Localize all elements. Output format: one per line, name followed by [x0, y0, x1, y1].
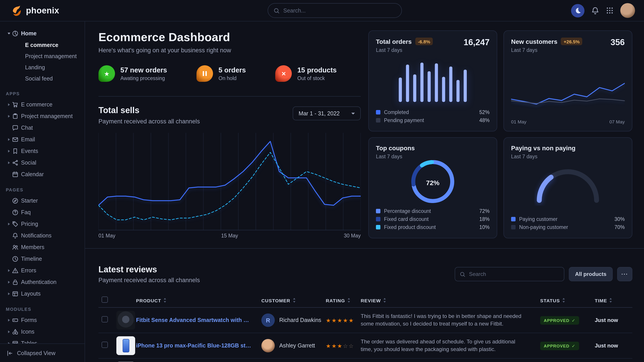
column-header-customer[interactable]: CUSTOMER	[261, 298, 326, 303]
app-root: phoenix HomeE commerceProject management…	[0, 0, 644, 362]
sidebar-item-email[interactable]: Email	[0, 134, 84, 145]
sidebar-item-layouts[interactable]: Layouts	[0, 288, 84, 300]
page-subtitle: Here's what's going on at your business …	[98, 47, 361, 54]
customer-cell[interactable]: RRichard Dawkins	[261, 314, 326, 327]
star-icon: ★	[98, 65, 115, 82]
clipboard-icon	[12, 113, 18, 119]
top-navbar: phoenix	[0, 0, 644, 21]
divider	[98, 96, 361, 97]
new-customers-line-chart	[511, 53, 625, 116]
customer-avatar: R	[261, 314, 275, 327]
card-period: Last 7 days	[376, 154, 415, 159]
sidebar-item-errors[interactable]: Errors	[0, 265, 84, 276]
user-avatar[interactable]	[620, 3, 635, 18]
card-title: Top coupons	[376, 144, 415, 152]
sidebar-item-timeline[interactable]: Timeline	[0, 253, 84, 265]
lock-icon	[12, 279, 18, 285]
global-search-input[interactable]	[283, 7, 396, 14]
row-checkbox[interactable]	[102, 342, 108, 348]
review-time: Just now	[595, 343, 632, 349]
column-header-time[interactable]: TIME	[595, 298, 632, 303]
legend-label: Paying customer	[519, 216, 558, 222]
sidebar-subitem-project-management[interactable]: Project management	[0, 50, 84, 62]
grid9-icon	[606, 7, 614, 14]
column-header-product[interactable]: PRODUCT	[136, 298, 261, 303]
more-options-button[interactable]: ···	[617, 267, 632, 281]
sidebar-item-calendar[interactable]: Calendar	[0, 169, 84, 180]
sidebar-item-e-commerce[interactable]: E commerce	[0, 99, 84, 110]
row-checkbox[interactable]	[102, 316, 108, 323]
product-link[interactable]: Fitbit Sense Advanced Smartwatch with To…	[136, 317, 258, 323]
check-icon: ✓	[572, 344, 576, 348]
sidebar-item-events[interactable]: Events	[0, 145, 84, 157]
caret-right-icon	[5, 223, 12, 225]
theme-toggle-button[interactable]	[571, 4, 584, 17]
legend-value: 18%	[479, 216, 490, 222]
sidebar-subitem-e-commerce[interactable]: E commerce	[0, 39, 84, 50]
notifications-button[interactable]	[591, 6, 599, 14]
change-badge: +26.5%	[561, 37, 582, 45]
column-header-status[interactable]: STATUS	[540, 298, 595, 303]
top-coupons-card: Top coupons Last 7 days 72% Percentage d…	[368, 137, 497, 238]
sidebar-item-starter[interactable]: Starter	[0, 195, 84, 207]
apps-grid-button[interactable]	[606, 7, 614, 14]
page-title: Ecommerce Dashboard	[98, 30, 361, 44]
sort-icon	[163, 298, 166, 303]
sidebar-item-faq[interactable]: Faq	[0, 207, 84, 218]
collapsed-view-toggle[interactable]: Collapsed View	[0, 344, 84, 362]
all-products-filter-button[interactable]: All products	[569, 267, 613, 281]
reviews-toolbar: All products ···	[455, 267, 632, 281]
legend-value: 48%	[479, 118, 490, 123]
form-icon	[12, 317, 18, 323]
sidebar-subitem-social-feed[interactable]: Social feed	[0, 73, 84, 84]
brand-logo[interactable]: phoenix	[11, 5, 59, 16]
sidebar-item-home[interactable]: Home	[0, 28, 84, 39]
dashboard-cards: Total orders -6.8% Last 7 days 16,247 Co…	[368, 30, 632, 238]
caret-right-icon	[5, 103, 12, 106]
product-link[interactable]: iPhone 13 pro max-Pacific Blue-128GB sto…	[136, 343, 258, 349]
status-badge: APPROVED ✓	[540, 342, 579, 350]
x-label: 01 May	[98, 233, 115, 238]
legend-value: 70%	[614, 225, 625, 230]
reviews-search-input[interactable]	[469, 271, 560, 277]
column-header-review[interactable]: REVIEW	[361, 298, 540, 303]
sidebar-item-chat[interactable]: Chat	[0, 122, 84, 134]
sidebar-item-members[interactable]: Members	[0, 242, 84, 253]
sidebar-item-social[interactable]: Social	[0, 157, 84, 169]
nine-dots-grid-icon	[606, 7, 614, 14]
collapse-icon	[7, 350, 13, 356]
legend-label: Non-paying customer	[519, 225, 568, 230]
legend-item: Pending payment 48%	[376, 116, 490, 124]
new-customers-value: 356	[611, 37, 625, 47]
date-range-select[interactable]: Mar 1 - 31, 2022	[293, 106, 361, 120]
table-icon	[12, 340, 18, 344]
sidebar-item-forms[interactable]: Forms	[0, 314, 84, 326]
legend-item: Completed 52%	[376, 108, 490, 116]
sidebar-item-tables[interactable]: Tables	[0, 338, 84, 344]
sidebar-item-notifications[interactable]: Notifications	[0, 230, 84, 242]
latest-reviews-section: Latest reviews Payment received across a…	[98, 265, 632, 362]
reviews-search[interactable]	[455, 267, 564, 281]
review-text: This Fitbit is fantastic! I was trying t…	[361, 312, 536, 328]
caret-right-icon	[5, 269, 12, 272]
sidebar-item-authentication[interactable]: Authentication	[0, 276, 84, 288]
select-all-checkbox[interactable]	[102, 296, 108, 303]
customer-cell[interactable]: Ashley Garrett	[261, 339, 326, 353]
chevron-down-icon	[351, 112, 355, 114]
total-orders-bar-chart	[376, 53, 490, 102]
phoenix-logo-icon	[11, 5, 22, 16]
total-sells-subtitle: Payment received across all channels	[98, 118, 200, 125]
sidebar-subitem-landing[interactable]: Landing	[0, 62, 84, 73]
reviews-subtitle: Payment received across all channels	[98, 277, 200, 284]
legend-swatch	[511, 217, 516, 221]
stat-on-hold: 5 ordersOn hold	[197, 65, 246, 82]
caret-right-icon	[5, 199, 12, 202]
total-sells-chart	[98, 133, 361, 230]
sidebar-item-pricing[interactable]: Pricing	[0, 218, 84, 230]
moon-icon	[574, 7, 581, 14]
global-search[interactable]	[268, 3, 402, 18]
caret-right-icon	[5, 150, 12, 152]
sidebar-item-icons[interactable]: Icons	[0, 326, 84, 338]
sidebar-item-project-management[interactable]: Project management	[0, 110, 84, 122]
column-header-rating[interactable]: RATING	[326, 298, 361, 303]
